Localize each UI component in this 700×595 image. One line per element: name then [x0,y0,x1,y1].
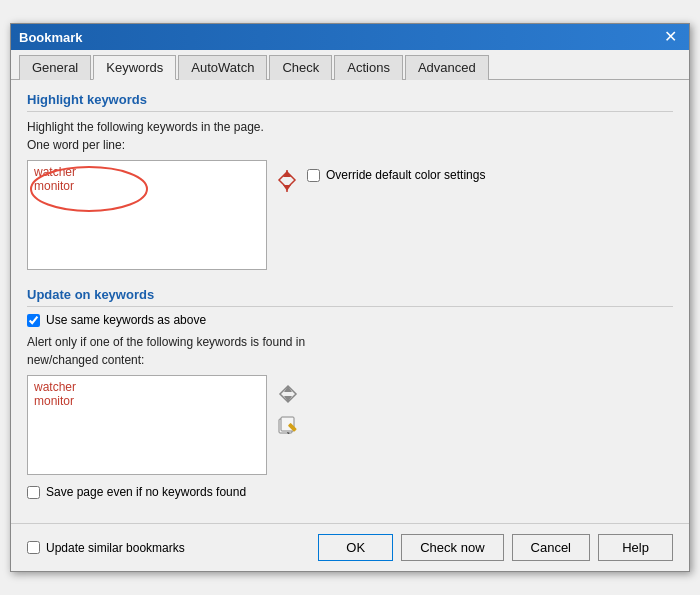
tab-check[interactable]: Check [269,55,332,80]
sort-up-icon[interactable] [277,170,297,194]
override-color-row: Override default color settings [307,168,485,182]
update-similar-label[interactable]: Update similar bookmarks [27,541,185,555]
tab-general[interactable]: General [19,55,91,80]
help-button[interactable]: Help [598,534,673,561]
use-same-label[interactable]: Use same keywords as above [27,313,673,327]
highlight-section-title: Highlight keywords [27,92,673,112]
highlight-keywords-row: watcher monitor [27,160,673,273]
footer-left: Update similar bookmarks [27,541,185,555]
override-color-checkbox[interactable] [307,169,320,182]
check-now-button[interactable]: Check now [401,534,503,561]
tab-advanced[interactable]: Advanced [405,55,489,80]
dialog-title: Bookmark [19,30,83,45]
save-page-label[interactable]: Save page even if no keywords found [27,485,673,499]
tab-keywords[interactable]: Keywords [93,55,176,80]
sort-arrows-col [277,170,297,194]
cancel-button[interactable]: Cancel [512,534,590,561]
update-keywords-row: watcher monitor [27,375,673,475]
update-icons-col [277,383,299,437]
highlight-keywords-section: Highlight keywords Highlight the followi… [27,92,673,273]
tabs-container: General Keywords AutoWatch Check Actions… [11,50,689,80]
save-page-checkbox[interactable] [27,486,40,499]
highlight-keywords-textarea[interactable]: watcher monitor [27,160,267,270]
override-color-label[interactable]: Override default color settings [307,168,485,182]
highlight-textarea-wrapper: watcher monitor [27,160,267,273]
alert-description: Alert only if one of the following keywo… [27,333,673,369]
footer-right: OK Check now Cancel Help [318,534,673,561]
update-keywords-section: Update on keywords Use same keywords as … [27,287,673,499]
save-page-row: Save page even if no keywords found [27,485,673,499]
tab-actions[interactable]: Actions [334,55,403,80]
highlight-description: Highlight the following keywords in the … [27,118,673,154]
update-section-title: Update on keywords [27,287,673,307]
update-sort-icon[interactable] [277,383,299,411]
edit-pencil-icon[interactable] [277,415,299,437]
update-similar-checkbox[interactable] [27,541,40,554]
use-same-checkbox[interactable] [27,314,40,327]
close-button[interactable]: ✕ [660,29,681,45]
title-bar: Bookmark ✕ [11,24,689,50]
update-keywords-textarea[interactable]: watcher monitor [27,375,267,475]
dialog-footer: Update similar bookmarks OK Check now Ca… [11,523,689,571]
ok-button[interactable]: OK [318,534,393,561]
bookmark-dialog: Bookmark ✕ General Keywords AutoWatch Ch… [10,23,690,572]
tab-autowatch[interactable]: AutoWatch [178,55,267,80]
use-same-row: Use same keywords as above [27,313,673,327]
main-content: Highlight keywords Highlight the followi… [11,80,689,523]
svg-marker-5 [283,185,291,191]
